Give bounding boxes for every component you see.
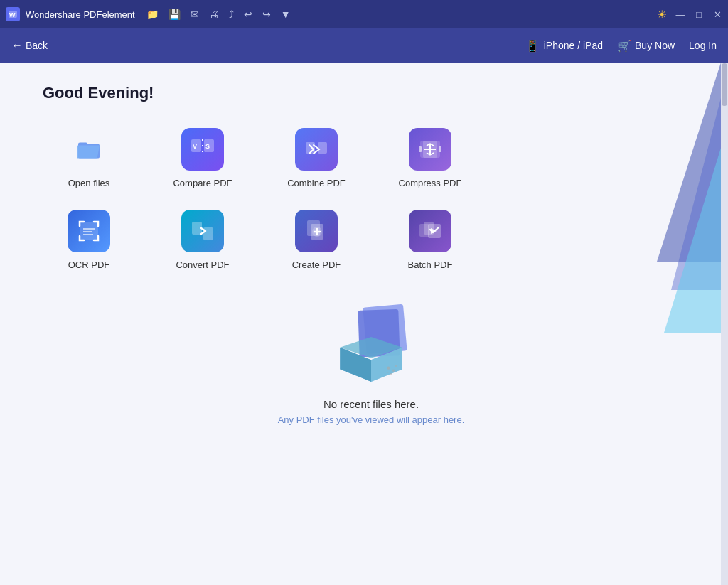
ipad-label: iPhone / iPad [544,40,603,51]
app-title: Wondershare PDFelement [26,9,135,20]
tools-grid: Open files V S Compare PDF [43,128,700,270]
content-area: Good Evening! Open files [0,63,728,585]
svg-point-32 [395,365,397,367]
cart-icon: 🛒 [617,39,631,53]
back-button[interactable]: ← Back [11,39,48,52]
minimize-button[interactable]: — [675,9,685,19]
compress-pdf-label: Compress PDF [399,178,462,188]
create-pdf-button[interactable]: Create PDF [270,210,363,270]
share-icon[interactable]: ⤴ [229,9,234,20]
open-files-icon [68,128,110,171]
close-button[interactable]: ✕ [712,9,722,19]
compress-pdf-icon [409,128,451,171]
tablet-icon: 📱 [525,39,540,53]
save-icon[interactable]: 💾 [168,9,181,20]
svg-rect-20 [203,227,213,240]
svg-rect-14 [439,146,441,152]
ocr-pdf-button[interactable]: OCR PDF [43,210,135,270]
ocr-pdf-label: OCR PDF [68,259,110,270]
ocr-pdf-icon [68,210,110,252]
batch-pdf-button[interactable]: Batch PDF [384,210,476,270]
back-arrow-icon: ← [11,39,23,52]
svg-rect-10 [318,142,327,154]
empty-title: No recent files here. [323,398,419,410]
buynow-label: Buy Now [635,40,675,51]
titlebar: W Wondershare PDFelement 📁 💾 ✉ 🖨 ⤴ ↩ ↪ ▼… [0,0,728,28]
empty-subtitle: Any PDF files you've viewed will appear … [278,414,465,425]
svg-text:W: W [9,11,16,18]
back-label: Back [26,40,48,51]
compare-pdf-icon: V S [181,128,224,171]
print-icon[interactable]: 🖨 [209,9,219,20]
svg-point-29 [387,366,390,369]
combine-pdf-icon [295,128,338,171]
main-area: Good Evening! Open files [0,63,728,585]
svg-text:V: V [193,143,197,150]
buy-now-button[interactable]: 🛒 Buy Now [617,39,675,53]
create-pdf-icon [295,210,338,252]
maximize-button[interactable]: □ [694,9,704,19]
window-controls: ☀ — □ ✕ [657,8,722,21]
open-files-label: Open files [68,178,110,188]
toolbar-icons: 📁 💾 ✉ 🖨 ⤴ ↩ ↪ ▼ [146,9,291,20]
mail-icon[interactable]: ✉ [191,9,199,20]
svg-rect-15 [80,222,98,240]
scrollbar[interactable] [721,63,728,585]
combine-pdf-label: Combine PDF [287,178,346,188]
empty-state: No recent files here. Any PDF files you'… [43,299,700,439]
combine-pdf-button[interactable]: Combine PDF [270,128,363,188]
folder-icon[interactable]: 📁 [146,9,159,20]
login-button[interactable]: Log In [689,40,717,51]
undo-icon[interactable]: ↩ [244,9,252,20]
navbar: ← Back 📱 iPhone / iPad 🛒 Buy Now Log In [0,28,728,63]
compare-pdf-button[interactable]: V S Compare PDF [156,128,249,188]
redo-icon[interactable]: ↪ [262,9,271,20]
create-pdf-label: Create PDF [292,259,341,270]
svg-rect-13 [419,146,422,152]
batch-pdf-icon [409,210,451,252]
open-files-button[interactable]: Open files [43,128,135,188]
svg-point-30 [392,369,395,372]
compare-pdf-label: Compare PDF [173,178,232,188]
svg-point-33 [387,372,389,373]
dropdown-icon[interactable]: ▼ [281,9,291,20]
iphone-ipad-button[interactable]: 📱 iPhone / iPad [525,39,603,53]
svg-point-31 [390,373,392,375]
batch-pdf-label: Batch PDF [408,259,453,270]
svg-text:S: S [205,143,210,150]
greeting: Good Evening! [43,84,700,102]
compress-pdf-button[interactable]: Compress PDF [384,128,476,188]
scrollbar-thumb[interactable] [722,63,727,106]
theme-toggle[interactable]: ☀ [657,8,667,21]
convert-pdf-button[interactable]: Convert PDF [156,210,249,270]
convert-pdf-label: Convert PDF [176,259,229,270]
app-logo: W [6,7,20,21]
convert-pdf-icon [181,210,224,252]
navbar-right: 📱 iPhone / iPad 🛒 Buy Now Log In [525,39,717,53]
empty-illustration [321,299,421,384]
